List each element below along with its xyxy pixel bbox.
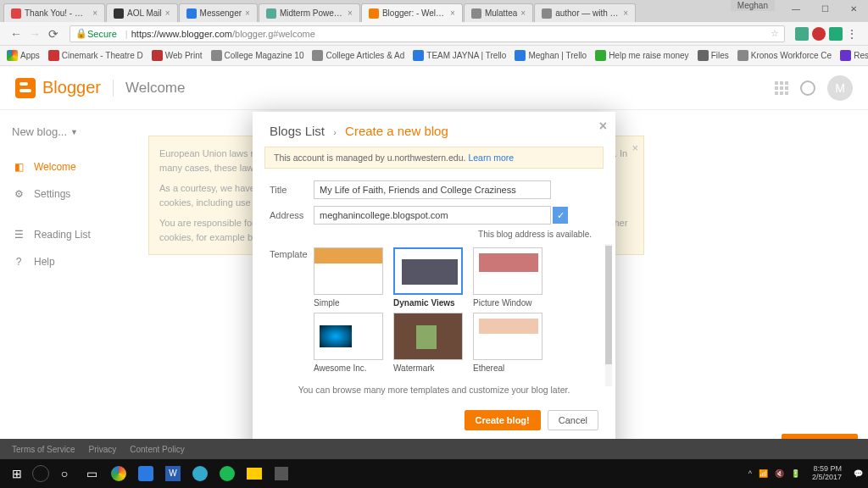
template-option-simple[interactable]: Simple — [314, 247, 387, 308]
browser-tab-strip: Thank You! - meghan×AOL Mail×Messenger×M… — [0, 0, 868, 22]
tray-chevron-icon[interactable]: ^ — [748, 469, 752, 478]
avatar[interactable]: M — [827, 75, 853, 101]
tray-battery-icon[interactable]: 🔋 — [791, 469, 800, 478]
browser-tab[interactable]: author — with a little× — [534, 3, 636, 22]
window-close[interactable]: ✕ — [839, 0, 868, 17]
task-view-icon[interactable]: ▭ — [80, 462, 103, 485]
blog-title-input[interactable] — [314, 180, 551, 199]
blogger-logo[interactable]: Blogger — [15, 78, 101, 98]
taskbar-app-chrome[interactable] — [107, 462, 131, 485]
browser-tab[interactable]: Thank You! - meghan× — [3, 3, 105, 22]
tray-notifications-icon[interactable]: 💬 — [854, 469, 863, 478]
page-title: Welcome — [113, 80, 186, 97]
address-check-icon: ✓ — [553, 207, 568, 224]
template-label: Template — [270, 247, 314, 373]
tray-volume-icon[interactable]: 🔇 — [775, 469, 784, 478]
bookmark-item[interactable]: Web Print — [152, 50, 203, 61]
modal-backdrop: × Blogs List › Create a new blog This ac… — [0, 110, 868, 459]
bookmark-item[interactable]: Help me raise money — [595, 50, 688, 61]
title-label: Title — [270, 185, 314, 195]
google-apps-icon[interactable] — [775, 81, 788, 95]
cancel-button[interactable]: Cancel — [548, 410, 598, 430]
nav-back-button[interactable]: ← — [7, 25, 25, 43]
star-icon[interactable]: ☆ — [771, 28, 779, 39]
taskbar-app-word[interactable]: W — [161, 462, 185, 485]
modal-header: Blogs List › Create a new blog — [253, 112, 615, 147]
search-icon[interactable] — [32, 465, 49, 482]
template-option-picture-window[interactable]: Picture Window — [473, 247, 546, 308]
bookmarks-bar: Apps Cinemark - Theatre DWeb PrintColleg… — [0, 46, 868, 66]
browser-tab[interactable]: AOL Mail× — [106, 3, 178, 22]
address-label: Address — [270, 210, 314, 220]
start-button[interactable]: ⊞ — [5, 462, 29, 485]
system-tray: ^ 📶 🔇 🔋 8:59 PM 2/5/2017 💬 — [748, 465, 863, 482]
secure-badge: 🔒 Secure — [75, 28, 117, 39]
bookmark-item[interactable]: Resume Building : | N — [840, 50, 868, 61]
chrome-profile-badge[interactable]: Meghan — [731, 0, 775, 11]
window-controls: — ☐ ✕ — [782, 0, 868, 17]
create-blog-modal: × Blogs List › Create a new blog This ac… — [253, 112, 615, 459]
blogger-logo-icon — [15, 78, 36, 98]
taskbar-app-store[interactable] — [270, 462, 293, 485]
browser-tab[interactable]: Mulattea× — [464, 3, 533, 22]
bookmark-item[interactable]: Meghan | Trello — [515, 50, 587, 61]
url-path: /blogger.g#welcome — [232, 29, 315, 39]
footer-link[interactable]: Terms of Service — [12, 445, 75, 454]
bookmark-item[interactable]: College Articles & Ad — [312, 50, 404, 61]
bookmark-item[interactable]: Kronos Workforce Ce — [737, 50, 832, 61]
browse-templates-text: You can browse many more templates and c… — [253, 380, 615, 403]
breadcrumb-root[interactable]: Blogs List — [270, 124, 325, 138]
content-area: New blog... ▼ ◧Welcome⚙Settings☰Reading … — [0, 110, 868, 459]
address-bar: ← → ⟳ 🔒 Secure | https://www.blogger.com… — [0, 22, 868, 46]
url-host: https://www.blogger.com — [131, 29, 232, 39]
template-option-ethereal[interactable]: Ethereal — [473, 313, 546, 373]
blog-address-input[interactable] — [314, 206, 551, 225]
tray-network-icon[interactable]: 📶 — [759, 469, 768, 478]
bookmark-item[interactable]: Files — [698, 50, 729, 61]
breadcrumb-current: Create a new blog — [345, 124, 448, 138]
browser-tab[interactable]: Blogger: - Welcome× — [361, 3, 463, 22]
learn-more-link[interactable]: Learn more — [468, 152, 514, 163]
extension-icon[interactable] — [795, 27, 809, 41]
managed-account-notice: This account is managed by u.northwester… — [264, 147, 604, 169]
nav-reload-button[interactable]: ⟳ — [44, 25, 63, 43]
taskbar-app-skype[interactable] — [188, 462, 212, 485]
window-minimize[interactable]: — — [782, 0, 810, 17]
blogger-header: Blogger Welcome M — [0, 66, 868, 110]
modal-close-button[interactable]: × — [599, 119, 607, 134]
browser-tab[interactable]: Midterm PowerPoint× — [259, 3, 360, 22]
template-option-watermark[interactable]: Watermark — [393, 313, 466, 373]
extension-icon[interactable] — [812, 27, 826, 41]
windows-taskbar: ⊞ ○ ▭ W ^ 📶 🔇 🔋 8:59 PM 2/5/2017 💬 — [0, 459, 868, 488]
taskbar-app-spotify[interactable] — [215, 462, 239, 485]
chrome-menu-button[interactable]: ⋮ — [843, 25, 861, 43]
taskbar-app-file-explorer[interactable] — [242, 462, 266, 485]
bookmark-item[interactable]: TEAM JAYNA | Trello — [413, 50, 506, 61]
template-option-dynamic-views[interactable]: Dynamic Views — [393, 247, 466, 308]
window-maximize[interactable]: ☐ — [810, 0, 839, 17]
browser-tab[interactable]: Messenger× — [179, 3, 258, 22]
template-scrollbar[interactable] — [605, 244, 612, 386]
template-option-awesome-inc-[interactable]: Awesome Inc. — [314, 313, 387, 373]
notifications-icon[interactable] — [800, 80, 815, 96]
nav-forward-button[interactable]: → — [25, 25, 44, 43]
footer-link[interactable]: Content Policy — [130, 445, 184, 454]
tray-clock[interactable]: 8:59 PM 2/5/2017 — [812, 465, 842, 482]
address-availability-text: This blog address is available. — [253, 228, 615, 244]
bookmark-item[interactable]: College Magazine 10 — [211, 50, 304, 61]
create-blog-button[interactable]: Create blog! — [465, 410, 541, 430]
extension-icon[interactable] — [829, 27, 843, 41]
url-input[interactable]: 🔒 Secure | https://www.blogger.com/blogg… — [70, 25, 785, 42]
bookmark-item[interactable]: Cinemark - Theatre D — [48, 50, 143, 61]
breadcrumb-separator: › — [333, 127, 337, 137]
footer-link[interactable]: Privacy — [88, 445, 116, 454]
taskbar-app-edge[interactable] — [134, 462, 158, 485]
apps-shortcut[interactable]: Apps — [7, 50, 40, 61]
page-footer: Terms of Service Privacy Content Policy — [0, 439, 868, 459]
cortana-icon[interactable]: ○ — [53, 462, 76, 485]
